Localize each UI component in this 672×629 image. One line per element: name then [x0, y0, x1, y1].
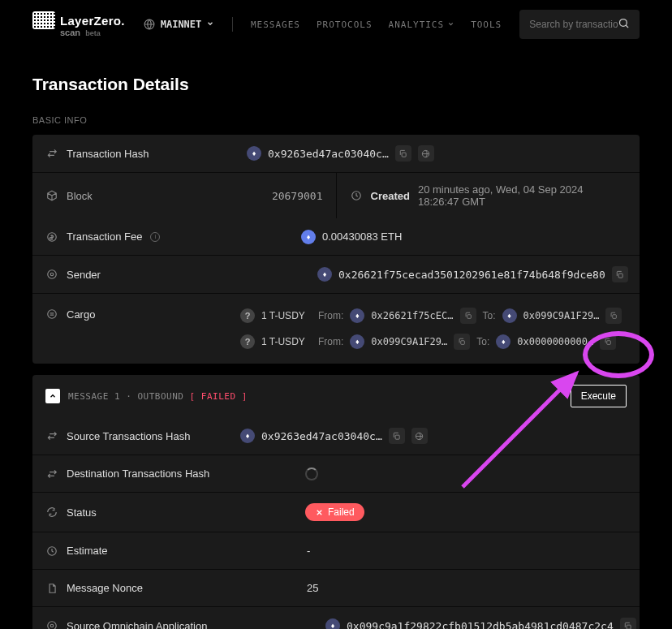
svg-rect-13 — [607, 341, 611, 345]
page-title: Transaction Details — [32, 75, 640, 94]
row-block-created: Block 20679001 Created 20 minutes ago, W… — [32, 173, 640, 218]
tx-hash-label: Transaction Hash — [67, 148, 149, 160]
svg-point-6 — [48, 270, 57, 279]
cargo-from[interactable]: 0x26621f75cEC… — [371, 310, 453, 321]
question-icon[interactable]: ? — [240, 308, 255, 323]
network-selector[interactable]: MAINNET — [143, 18, 215, 31]
copy-button[interactable] — [612, 266, 628, 282]
clock-icon — [350, 189, 363, 202]
brand-sub: scan — [60, 28, 80, 37]
nav-tools[interactable]: TOOLS — [471, 19, 502, 30]
src-hash-label: Source Transactions Hash — [67, 430, 190, 442]
spinner-icon — [305, 467, 318, 480]
status-badge: Failed — [305, 503, 364, 521]
to-label: To: — [476, 336, 489, 347]
copy-button[interactable] — [395, 145, 411, 162]
estimate-value: - — [307, 545, 310, 557]
to-label: To: — [483, 310, 496, 321]
row-tx-hash: Transaction Hash ♦ 0x9263ed47ac03040c… — [32, 135, 640, 173]
chevron-down-icon — [206, 19, 214, 30]
section-basic-label: BASIC INFO — [32, 115, 640, 125]
fee-label: Transaction Fee — [67, 230, 142, 243]
external-link-icon[interactable] — [418, 145, 434, 162]
clock-icon — [45, 545, 58, 558]
svg-point-1 — [620, 19, 627, 27]
chain-eth-icon: ♦ — [496, 334, 510, 349]
copy-button[interactable] — [600, 334, 616, 350]
from-label: From: — [318, 310, 343, 321]
logo: LayerZero. scan beta — [32, 11, 125, 37]
src-app-label: Source Omnichain Application — [67, 620, 207, 630]
nav-analytics[interactable]: ANALYTICS — [389, 19, 455, 30]
copy-button[interactable] — [460, 308, 476, 324]
cargo-amount: 1 T-USDY — [261, 310, 312, 321]
cargo-to[interactable]: 0x099C9A1F29… — [523, 310, 600, 321]
document-icon — [45, 582, 58, 595]
layers-icon — [45, 308, 58, 321]
chain-eth-icon: ♦ — [317, 267, 332, 282]
dst-hash-label: Destination Transactions Hash — [67, 467, 209, 480]
row-cargo: Cargo ? 1 T-USDY From: ♦ 0x26621f75cEC… … — [32, 294, 640, 364]
status-value: Failed — [328, 506, 355, 518]
svg-rect-14 — [395, 435, 399, 439]
svg-point-9 — [48, 310, 57, 319]
cube-icon — [45, 189, 58, 202]
execute-button[interactable]: Execute — [571, 385, 627, 407]
nav-protocols[interactable]: PROTOCOLS — [317, 19, 373, 30]
chevron-down-icon — [447, 19, 454, 30]
row-status: Status Failed — [32, 493, 640, 532]
globe-icon — [143, 18, 156, 31]
chain-eth-icon: ♦ — [325, 618, 340, 629]
estimate-label: Estimate — [67, 545, 108, 557]
message-status-tag: [ FAILED ] — [190, 391, 248, 402]
copy-button[interactable] — [454, 334, 470, 350]
network-label: MAINNET — [161, 19, 202, 30]
block-label: Block — [67, 190, 93, 202]
row-nonce: Message Nonce 25 — [32, 570, 640, 607]
basic-info-panel: Transaction Hash ♦ 0x9263ed47ac03040c… B… — [32, 135, 640, 364]
search-input[interactable] — [529, 19, 618, 30]
search-icon[interactable] — [618, 17, 630, 32]
cargo-amount: 1 T-USDY — [261, 336, 312, 347]
nonce-value: 25 — [307, 582, 318, 594]
nav-messages[interactable]: MESSAGES — [251, 19, 300, 30]
svg-point-17 — [48, 622, 57, 629]
target-icon — [45, 619, 58, 629]
swap-icon — [45, 147, 58, 160]
chain-eth-icon: ♦ — [502, 308, 517, 323]
logo-mark-icon — [32, 11, 55, 29]
created-label: Created — [371, 190, 410, 202]
row-fee: Transaction Fee i ♦ 0.00430083 ETH — [32, 218, 640, 256]
fee-value: 0.00430083 ETH — [322, 230, 402, 243]
info-icon[interactable]: i — [150, 232, 160, 242]
question-icon[interactable]: ? — [240, 334, 255, 349]
svg-rect-8 — [618, 274, 622, 278]
refresh-icon — [45, 506, 58, 519]
tx-hash-value[interactable]: 0x9263ed47ac03040c… — [268, 148, 389, 160]
svg-rect-10 — [467, 315, 471, 319]
copy-button[interactable] — [605, 308, 622, 324]
brand-beta: beta — [85, 29, 101, 37]
copy-button[interactable] — [620, 618, 636, 629]
row-dst-hash: Destination Transactions Hash — [32, 455, 640, 493]
created-value: 20 minutes ago, Wed, 04 Sep 2024 18:26:4… — [418, 183, 627, 208]
search-box[interactable] — [519, 10, 640, 39]
collapse-toggle[interactable] — [45, 389, 60, 403]
svg-rect-12 — [461, 341, 465, 345]
sender-value[interactable]: 0x26621f75cecad3501202961e81f74b648f9dce… — [338, 269, 605, 281]
external-link-icon[interactable] — [411, 428, 428, 444]
nonce-label: Message Nonce — [67, 582, 143, 594]
chain-eth-icon: ♦ — [301, 230, 316, 244]
status-label: Status — [67, 506, 97, 519]
copy-button[interactable] — [389, 428, 405, 444]
chain-eth-icon: ♦ — [350, 334, 364, 349]
src-app-value[interactable]: 0x099c9a1f29822cfb01512db5ab4981cd0487c2… — [347, 620, 614, 630]
src-hash-value[interactable]: 0x9263ed47ac03040c… — [261, 430, 382, 442]
swap-icon — [45, 467, 58, 480]
cargo-to[interactable]: 0x0000000000… — [517, 336, 593, 347]
chain-eth-icon: ♦ — [247, 146, 261, 161]
cargo-from[interactable]: 0x099C9A1F29… — [371, 336, 447, 347]
coin-icon — [45, 230, 58, 243]
svg-rect-2 — [402, 153, 406, 157]
message-panel: MESSAGE 1 · OUTBOUND [ FAILED ] Execute … — [32, 375, 640, 629]
